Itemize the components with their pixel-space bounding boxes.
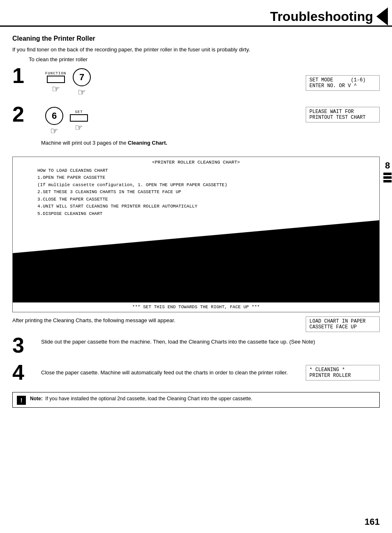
hand-icon-3: ☞ [50, 126, 58, 136]
step4-display-line-2: PRINTER ROLLER [309, 373, 376, 378]
chart-instruction-4: 3.CLOSE THE PAPER CASSETTE [37, 196, 371, 203]
step-1-row: 1 FUNCTION ☞ 7 ☞ SET MODE (1-6) ENTER NO… [12, 68, 380, 98]
chart-title: <PRINTER ROLLER CLEANING CHART> [13, 157, 379, 166]
note-box: ! Note: If you have installed the option… [12, 392, 380, 408]
section-number: 8 [385, 160, 390, 171]
function-label: FUNCTION [45, 72, 66, 76]
set-label: SET [75, 110, 83, 114]
page-header: Troubleshooting [0, 0, 392, 27]
step-4-text: Close the paper casette. Machine will au… [41, 369, 297, 377]
title-text: Troubleshooting [270, 9, 373, 24]
step-2-number: 2 [12, 104, 37, 125]
display-line-3: PLEASE WAIT FOR [309, 109, 376, 115]
chart-instructions: HOW TO LOAD CLEANING CHART 1.OPEN THE PA… [13, 166, 379, 220]
six-key-group: 6 ☞ [45, 107, 63, 136]
chart-instruction-3: 2.SET THESE 3 CLEANING CHARTS IN THE CAS… [37, 189, 371, 196]
step4-display-line-1: * CLEANING * [309, 367, 376, 373]
after-display-line-1: LOAD CHART IN PAPER [309, 318, 376, 324]
function-key-group: FUNCTION ☞ [45, 72, 66, 95]
section-line [383, 180, 392, 182]
diagonal-svg [13, 220, 379, 302]
hand-icon-2: ☞ [78, 87, 86, 98]
display-line-4: PRINTOUT TEST CHART [309, 115, 376, 120]
step-4-content: Close the paper casette. Machine will au… [41, 365, 380, 381]
hand-icon-4: ☞ [75, 122, 83, 133]
black-diagonal [13, 220, 379, 302]
after-display-line-2: CASSETTE FACE UP [309, 324, 376, 330]
to-clean-text: To clean the printer roller [29, 56, 380, 62]
section-bar: 8 [383, 160, 392, 182]
page-number: 161 [364, 517, 380, 527]
note-icon: ! [17, 396, 26, 405]
chart-instruction-1: 1.OPEN THE PAPER CASSETTE [37, 174, 371, 182]
section-line [383, 173, 392, 175]
main-content: Cleaning the Printer Roller If you find … [0, 27, 392, 416]
step-2-top: 6 ☞ SET ☞ PLEASE WAIT FOR PRINTOUT TEST … [41, 107, 380, 136]
after-display: LOAD CHART IN PAPER CASSETTE FACE UP [306, 316, 380, 332]
step-2-desc: Machine will print out 3 pages of the Cl… [41, 140, 380, 146]
chart-instruction-6: 5.DISPOSE CLEANING CHART [37, 210, 371, 218]
step-3-number: 3 [12, 335, 37, 356]
step-2-row: 2 6 ☞ SET ☞ PLEASE WAIT FOR PRINTOUT [12, 107, 380, 149]
note-text: Note: If you have installed the optional… [30, 395, 252, 402]
section-line [383, 176, 392, 179]
step-3-row: 3 Slide out the paper cassette from the … [12, 338, 380, 356]
set-key-group: SET ☞ [70, 110, 88, 133]
chart-instruction-0: HOW TO LOAD CLEANING CHART [37, 167, 371, 175]
set-key-rect [70, 114, 88, 122]
svg-marker-0 [13, 220, 379, 302]
six-key: 6 [45, 107, 63, 125]
after-text: After printing the Cleaning Charts, the … [12, 316, 296, 325]
section-lines [383, 173, 392, 182]
page-title: Troubleshooting [270, 7, 392, 25]
step-4-number: 4 [12, 362, 37, 383]
cleaning-chart-box: <PRINTER ROLLER CLEANING CHART> HOW TO L… [12, 157, 380, 312]
step-2-right: 6 ☞ SET ☞ PLEASE WAIT FOR PRINTOUT TEST … [41, 107, 380, 149]
display-line-1: SET MODE (1-6) [309, 77, 376, 83]
intro-text: If you find toner on the back of the rec… [12, 46, 380, 54]
chart-instruction-5: 4.UNIT WILL START CLEANING THE PRINTER R… [37, 203, 371, 210]
seven-key-group: 7 ☞ [73, 68, 91, 98]
step-1-number: 1 [12, 65, 37, 86]
section-heading: Cleaning the Printer Roller [12, 35, 380, 42]
hand-icon: ☞ [52, 84, 60, 95]
step-1-content: FUNCTION ☞ 7 ☞ SET MODE (1-6) ENTER NO. … [41, 68, 380, 98]
chart-footer: *** SET THIS END TOWARDS THE RIGHT, FACE… [13, 302, 379, 312]
chart-instruction-2: (If multiple cassette configuration, 1. … [37, 182, 371, 189]
step-1-keys: FUNCTION ☞ 7 ☞ [45, 68, 91, 98]
title-arrow-icon [376, 7, 388, 25]
step-3-text: Slide out the paper cassette from the ma… [41, 338, 380, 346]
step-2-display: PLEASE WAIT FOR PRINTOUT TEST CHART [306, 107, 380, 122]
step-1-display: SET MODE (1-6) ENTER NO. OR V ^ [306, 75, 380, 91]
step-2-keys: 6 ☞ SET ☞ [45, 107, 88, 136]
seven-key: 7 [73, 68, 91, 86]
step-4-display: * CLEANING * PRINTER ROLLER [306, 365, 380, 381]
step-4-row: 4 Close the paper casette. Machine will … [12, 365, 380, 383]
display-line-2: ENTER NO. OR V ^ [309, 83, 376, 89]
function-key-rect [47, 76, 65, 83]
after-row: After printing the Cleaning Charts, the … [12, 316, 380, 332]
